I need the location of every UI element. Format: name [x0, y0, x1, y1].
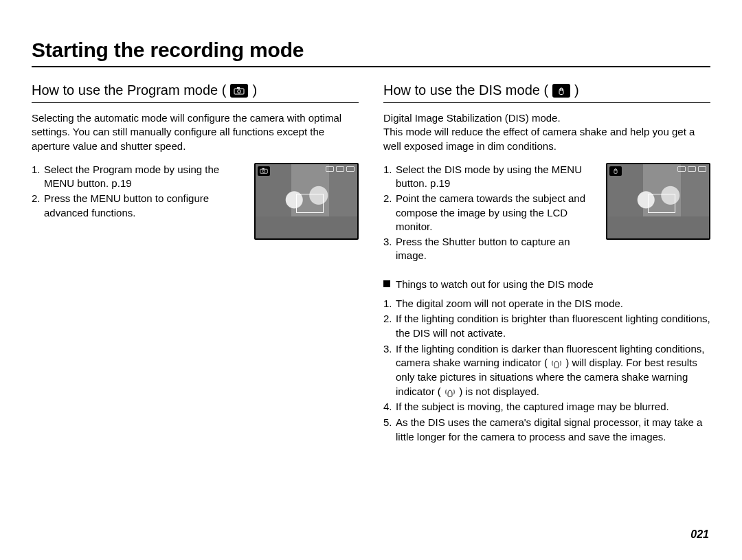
heading-text-suffix: )	[574, 82, 579, 98]
dis-intro-text: Digital Image Stabilization (DIS) mode. …	[383, 111, 710, 153]
shake-warning-icon	[444, 388, 456, 397]
svg-point-4	[262, 170, 265, 172]
svg-rect-3	[260, 170, 268, 174]
list-item: 2.If the lighting condition is brighter …	[383, 312, 710, 340]
focus-frame-icon	[296, 194, 324, 213]
dis-mode-heading: How to use the DIS mode ( )	[383, 82, 710, 103]
notes-heading: Things to watch out for using the DIS mo…	[383, 278, 710, 290]
hud-indicators	[677, 166, 706, 172]
dis-mode-icon	[609, 166, 622, 176]
program-mode-heading: How to use the Program mode ( )	[32, 82, 359, 103]
two-column-layout: How to use the Program mode ( ) Selectin…	[32, 82, 710, 444]
page-number: 021	[690, 528, 709, 541]
svg-point-2	[238, 89, 241, 93]
list-item: 1.Select the DIS mode by using the MENU …	[383, 163, 599, 191]
dis-mode-icon	[552, 84, 570, 98]
hud-indicators	[326, 166, 355, 172]
list-item: 4.If the subject is moving, the captured…	[383, 400, 710, 414]
dis-lcd-illustration	[606, 163, 710, 240]
program-intro-text: Selecting the automatic mode will config…	[32, 111, 359, 153]
list-item: 3. If the lighting condition is darker t…	[383, 342, 710, 399]
program-steps-row: 1.Select the Program mode by using the M…	[32, 163, 359, 240]
dis-steps-list: 1.Select the DIS mode by using the MENU …	[383, 163, 599, 263]
lcd-screen	[254, 163, 359, 240]
heading-text-suffix: )	[252, 82, 257, 98]
svg-rect-0	[234, 89, 244, 94]
dis-notes-list: 1.The digital zoom will not operate in t…	[383, 297, 710, 445]
heading-text-prefix: How to use the Program mode (	[32, 82, 226, 98]
shake-warning-icon	[550, 359, 563, 368]
svg-rect-5	[262, 168, 265, 170]
program-lcd-illustration	[254, 163, 359, 240]
focus-frame-icon	[648, 194, 675, 213]
program-mode-icon	[230, 84, 248, 98]
list-item: 1.Select the Program mode by using the M…	[32, 163, 247, 191]
list-item: 1.The digital zoom will not operate in t…	[383, 297, 710, 311]
page-title: Starting the recording mode	[32, 38, 710, 67]
list-item: 2.Point the camera towards the subject a…	[383, 192, 599, 234]
dis-steps-row: 1.Select the DIS mode by using the MENU …	[383, 163, 710, 263]
list-item: 5.As the DIS uses the camera's digital s…	[383, 416, 710, 444]
list-item: 3.Press the Shutter button to capture an…	[383, 235, 599, 263]
notes-heading-text: Things to watch out for using the DIS mo…	[396, 278, 594, 290]
program-steps-list: 1.Select the Program mode by using the M…	[32, 163, 247, 220]
list-item: 2.Press the MENU button to configure adv…	[32, 192, 247, 220]
heading-text-prefix: How to use the DIS mode (	[383, 82, 548, 98]
bullet-square-icon	[383, 280, 390, 287]
lcd-screen	[606, 163, 710, 240]
left-column: How to use the Program mode ( ) Selectin…	[32, 82, 359, 444]
right-column: How to use the DIS mode ( ) Digital Imag…	[383, 82, 710, 444]
program-mode-icon	[258, 166, 270, 176]
manual-page: Starting the recording mode How to use t…	[0, 0, 742, 560]
svg-rect-1	[237, 87, 240, 89]
